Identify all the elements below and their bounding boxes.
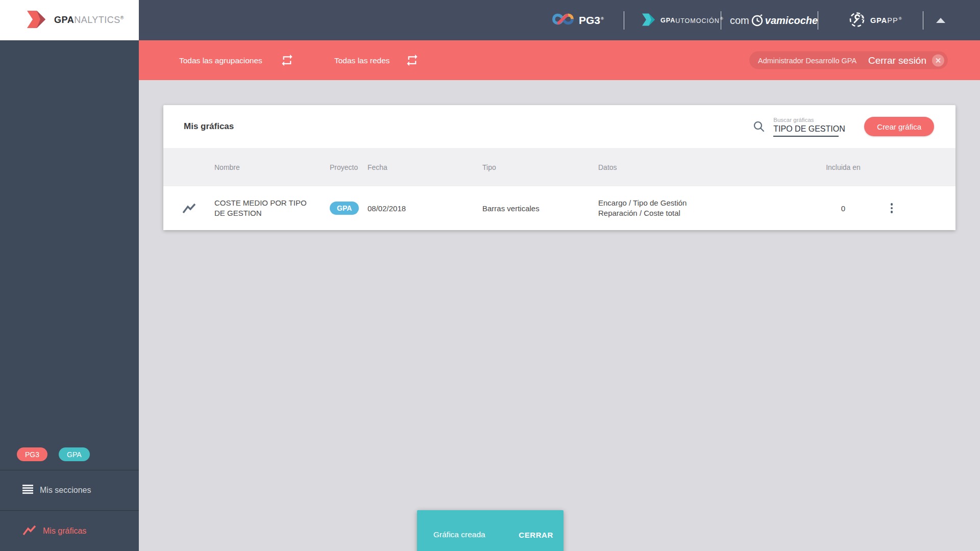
dot <box>891 203 893 206</box>
pg3-infinity-icon <box>552 11 574 29</box>
networks-filter[interactable]: Todas las redes <box>334 54 419 67</box>
toast-message: Gráfica creada <box>433 530 485 539</box>
row-menu-button[interactable] <box>888 200 896 216</box>
top-header: PG3® GPAUTOMOCIÓN® com vamicoche <box>139 0 980 40</box>
column-header-datos: Datos <box>598 163 813 171</box>
logout-button[interactable]: Cerrar sesión <box>868 54 945 67</box>
search-label: Buscar gráficas <box>773 117 839 123</box>
chart-name: COSTE MEDIO POR TIPO DE GESTION <box>214 198 319 219</box>
create-chart-button[interactable]: Crear gráfica <box>864 117 934 136</box>
included-in-cell: 0 <box>813 204 874 213</box>
project-cell: GPA <box>330 202 368 215</box>
gpautomocion-logo: GPAUTOMOCIÓN® <box>641 12 724 28</box>
swap-icon <box>280 54 294 67</box>
header-divider <box>721 11 721 30</box>
groupings-filter-label: Todas las agrupaciones <box>179 56 262 65</box>
column-header-tipo: Tipo <box>482 163 598 171</box>
charts-card: Mis gráficas Buscar gráficas TIPO DE GES… <box>163 105 955 230</box>
gpanalytics-logo: GPANALYTICS® <box>0 0 139 40</box>
wrench-icon <box>848 11 866 30</box>
search-field: Buscar gráficas TIPO DE GESTION <box>773 117 839 137</box>
gpapp-logo: GPAPP® <box>848 11 902 30</box>
menu-icon <box>22 485 33 496</box>
sidebar-item-mis-graficas[interactable]: Mis gráficas <box>0 510 139 551</box>
dot <box>891 211 893 213</box>
header-divider <box>818 11 818 30</box>
close-circle-icon <box>932 54 945 67</box>
gpanalytics-wordmark: GPANALYTICS® <box>54 15 124 26</box>
badge-gpa[interactable]: GPA <box>59 447 90 461</box>
pg3-wordmark: PG3® <box>579 14 604 27</box>
main-content: Mis gráficas Buscar gráficas TIPO DE GES… <box>139 80 980 551</box>
header-divider <box>923 11 923 30</box>
user-session-pill: Administrador Desarrollo GPA Cerrar sesi… <box>749 52 948 69</box>
date-cell: 08/02/2018 <box>368 204 482 213</box>
gpautomocion-arrow-icon <box>641 12 656 28</box>
data-cell: Encargo / Tipo de Gestión Reparación / C… <box>598 198 813 219</box>
chart-type-icon <box>163 202 214 214</box>
networks-filter-label: Todas las redes <box>334 56 390 65</box>
column-header-nombre: Nombre <box>214 163 330 171</box>
line-chart-icon <box>22 524 36 538</box>
sidebar-badges: PG3 GPA <box>0 447 139 470</box>
search-input[interactable]: TIPO DE GESTION <box>773 124 839 137</box>
card-header: Mis gráficas Buscar gráficas TIPO DE GES… <box>163 105 955 148</box>
project-badge: GPA <box>330 202 359 215</box>
user-name: Administrador Desarrollo GPA <box>758 56 856 64</box>
collapse-header-arrow-icon[interactable] <box>936 18 945 23</box>
filter-bar: Todas las agrupaciones Todas las redes A… <box>139 40 980 80</box>
comvamicoche-logo: com vamicoche <box>730 14 818 27</box>
swap-icon <box>405 54 419 67</box>
sidebar-item-label: Mis secciones <box>40 486 91 495</box>
search-area: Buscar gráficas TIPO DE GESTION Crear gr… <box>753 117 934 137</box>
groupings-filter[interactable]: Todas las agrupaciones <box>179 54 294 67</box>
sidebar-spacer <box>0 40 139 447</box>
table-row[interactable]: COSTE MEDIO POR TIPO DE GESTION GPA 08/0… <box>163 186 955 230</box>
toast-close-button[interactable]: CERRAR <box>519 531 553 539</box>
gpautomocion-wordmark: GPAUTOMOCIÓN® <box>660 16 724 24</box>
clock-icon <box>751 14 764 27</box>
sidebar-item-label: Mis gráficas <box>43 527 86 536</box>
sidebar: GPANALYTICS® PG3 GPA Mis secciones Mis g… <box>0 0 139 551</box>
column-header-incluida-en: Incluida en <box>813 163 874 171</box>
gpapp-wordmark: GPAPP® <box>870 16 902 24</box>
gpanalytics-arrow-icon <box>24 10 48 31</box>
column-header-fecha: Fecha <box>368 163 482 171</box>
badge-pg3[interactable]: PG3 <box>17 447 47 461</box>
table-header: Nombre Proyecto Fecha Tipo Datos Incluid… <box>163 148 955 186</box>
column-header-proyecto: Proyecto <box>330 163 368 171</box>
page-title: Mis gráficas <box>184 121 234 132</box>
search-icon <box>753 120 765 133</box>
sidebar-item-mis-secciones[interactable]: Mis secciones <box>0 470 139 510</box>
toast-notification: Gráfica creada CERRAR <box>417 510 564 551</box>
pg3-logo: PG3® <box>552 11 604 29</box>
header-divider <box>624 11 624 30</box>
type-cell: Barras verticales <box>482 204 598 213</box>
dot <box>891 207 893 210</box>
